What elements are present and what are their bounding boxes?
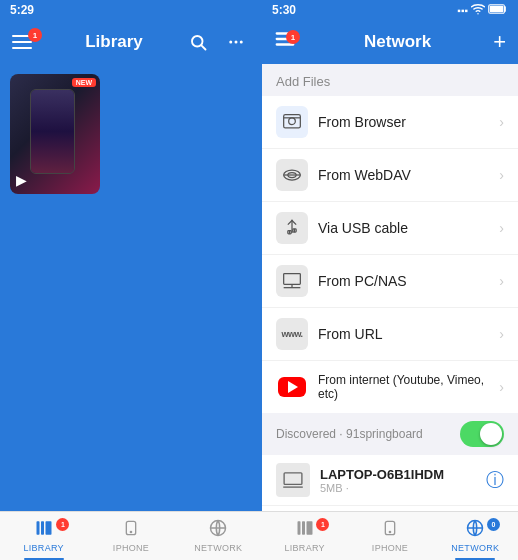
signal-icon: ▪▪▪ bbox=[457, 5, 468, 16]
chevron-icon-5: › bbox=[499, 326, 504, 342]
right-nav-network[interactable]: NETWORK 0 bbox=[433, 512, 518, 560]
device-info-btn-1[interactable]: ⓘ bbox=[486, 468, 504, 492]
usb-icon bbox=[276, 212, 308, 244]
left-nav-iphone[interactable]: IPHONE bbox=[87, 512, 174, 560]
from-browser-label: From Browser bbox=[318, 114, 499, 130]
left-nav-network-label: NETWORK bbox=[194, 543, 242, 553]
library-icon bbox=[35, 519, 53, 541]
svg-rect-40 bbox=[306, 521, 312, 535]
from-internet-label: From internet (Youtube, Vimeo, etc) bbox=[318, 373, 499, 401]
iphone-icon bbox=[123, 519, 139, 541]
svg-rect-12 bbox=[490, 6, 504, 12]
from-browser-item[interactable]: From Browser › bbox=[262, 96, 518, 149]
device-size-1: 5MB · bbox=[320, 482, 486, 494]
svg-rect-30 bbox=[284, 473, 302, 485]
device-name-1: LAPTOP-O6B1IHDM bbox=[320, 467, 486, 482]
chevron-icon-2: › bbox=[499, 167, 504, 183]
discovered-section: Discovered · 91springboard bbox=[262, 413, 518, 455]
right-nav-library[interactable]: LIBRARY 1 bbox=[262, 512, 347, 560]
search-button[interactable] bbox=[184, 28, 212, 56]
right-bottom-nav: LIBRARY 1 IPHONE NETWORK 0 bbox=[262, 511, 518, 560]
browser-icon bbox=[276, 106, 308, 138]
hamburger-menu-button[interactable]: 1 bbox=[12, 26, 44, 58]
add-files-title: Add Files bbox=[276, 74, 330, 89]
svg-line-1 bbox=[201, 45, 205, 49]
right-nav-library-label: LIBRARY bbox=[284, 543, 324, 553]
left-nav-library-label: LIBRARY bbox=[23, 543, 63, 553]
from-webdav-label: From WebDAV bbox=[318, 167, 499, 183]
add-button[interactable]: + bbox=[493, 29, 506, 55]
chevron-icon-4: › bbox=[499, 273, 504, 289]
from-url-item[interactable]: www. From URL › bbox=[262, 308, 518, 361]
right-library-icon bbox=[296, 519, 314, 541]
left-nav-library[interactable]: LIBRARY 1 bbox=[0, 512, 87, 560]
right-status-time: 5:30 bbox=[272, 3, 296, 17]
device-info-1: LAPTOP-O6B1IHDM 5MB · bbox=[320, 467, 486, 494]
right-network-badge: 0 bbox=[487, 518, 500, 531]
discovered-label: Discovered bbox=[276, 427, 336, 441]
youtube-icon bbox=[276, 371, 308, 403]
battery-icon bbox=[488, 3, 508, 17]
left-status-bar: 5:29 bbox=[0, 0, 262, 20]
left-panel: 5:29 1 Library NEW bbox=[0, 0, 262, 560]
network-icon-left bbox=[209, 519, 227, 541]
webdav-icon bbox=[276, 159, 308, 191]
chevron-icon-6: › bbox=[499, 379, 504, 395]
svg-rect-16 bbox=[284, 115, 301, 128]
svg-rect-5 bbox=[36, 521, 39, 535]
svg-rect-38 bbox=[297, 521, 300, 535]
svg-point-3 bbox=[235, 41, 238, 44]
svg-point-2 bbox=[229, 41, 232, 44]
right-header-title: Network bbox=[302, 32, 493, 52]
via-usb-label: Via USB cable bbox=[318, 220, 499, 236]
right-library-badge: 1 bbox=[316, 518, 329, 531]
right-iphone-icon bbox=[382, 519, 398, 541]
from-internet-item[interactable]: From internet (Youtube, Vimeo, etc) › bbox=[262, 361, 518, 413]
chevron-icon: › bbox=[499, 114, 504, 130]
media-card[interactable]: NEW ▶ bbox=[10, 74, 100, 194]
svg-point-42 bbox=[389, 531, 390, 532]
discovered-text: Discovered · 91springboard bbox=[276, 427, 423, 441]
status-icons: ▪▪▪ bbox=[457, 3, 508, 17]
left-bottom-nav: LIBRARY 1 IPHONE NETWORK bbox=[0, 511, 262, 560]
from-pcnas-item[interactable]: From PC/NAS › bbox=[262, 255, 518, 308]
svg-point-4 bbox=[240, 41, 243, 44]
wifi-icon bbox=[471, 3, 485, 17]
pcnas-icon bbox=[276, 265, 308, 297]
chevron-icon-3: › bbox=[499, 220, 504, 236]
right-nav-iphone[interactable]: IPHONE bbox=[347, 512, 432, 560]
via-usb-item[interactable]: Via USB cable › bbox=[262, 202, 518, 255]
from-pcnas-label: From PC/NAS bbox=[318, 273, 499, 289]
right-header: 1 Network + bbox=[262, 20, 518, 64]
left-header-icons bbox=[184, 28, 250, 56]
toggle-knob bbox=[480, 423, 502, 445]
device-item-1[interactable]: LAPTOP-O6B1IHDM 5MB · ⓘ bbox=[262, 455, 518, 506]
phone-screen bbox=[30, 89, 75, 174]
play-icon: ▶ bbox=[16, 172, 27, 188]
left-header: 1 Library bbox=[0, 20, 262, 64]
left-nav-network[interactable]: NETWORK bbox=[175, 512, 262, 560]
right-network-icon bbox=[466, 519, 484, 541]
more-options-button[interactable] bbox=[222, 28, 250, 56]
right-hamburger-button[interactable]: 1 bbox=[274, 28, 302, 56]
right-status-bar: 5:30 ▪▪▪ bbox=[262, 0, 518, 20]
add-files-menu: From Browser › From WebDAV › Via USB cab… bbox=[262, 96, 518, 413]
device-list: LAPTOP-O6B1IHDM 5MB · ⓘ INDIAMART-PC 5MB… bbox=[262, 455, 518, 511]
left-status-time: 5:29 bbox=[10, 3, 34, 17]
laptop-icon bbox=[276, 463, 310, 497]
right-hamburger-badge: 1 bbox=[286, 30, 300, 44]
svg-rect-6 bbox=[41, 521, 44, 535]
right-nav-network-label: NETWORK bbox=[451, 543, 499, 553]
from-url-label: From URL bbox=[318, 326, 499, 342]
new-badge: NEW bbox=[72, 78, 96, 87]
from-webdav-item[interactable]: From WebDAV › bbox=[262, 149, 518, 202]
svg-point-17 bbox=[289, 118, 296, 125]
library-badge: 1 bbox=[56, 518, 69, 531]
svg-rect-7 bbox=[45, 521, 51, 535]
svg-rect-27 bbox=[284, 274, 301, 285]
discovered-network-name: 91springboard bbox=[346, 427, 423, 441]
right-panel: 5:30 ▪▪▪ 1 Network + Add Files bbox=[262, 0, 518, 560]
add-files-section: Add Files bbox=[262, 64, 518, 96]
left-nav-iphone-label: IPHONE bbox=[113, 543, 149, 553]
discovered-toggle[interactable] bbox=[460, 421, 504, 447]
